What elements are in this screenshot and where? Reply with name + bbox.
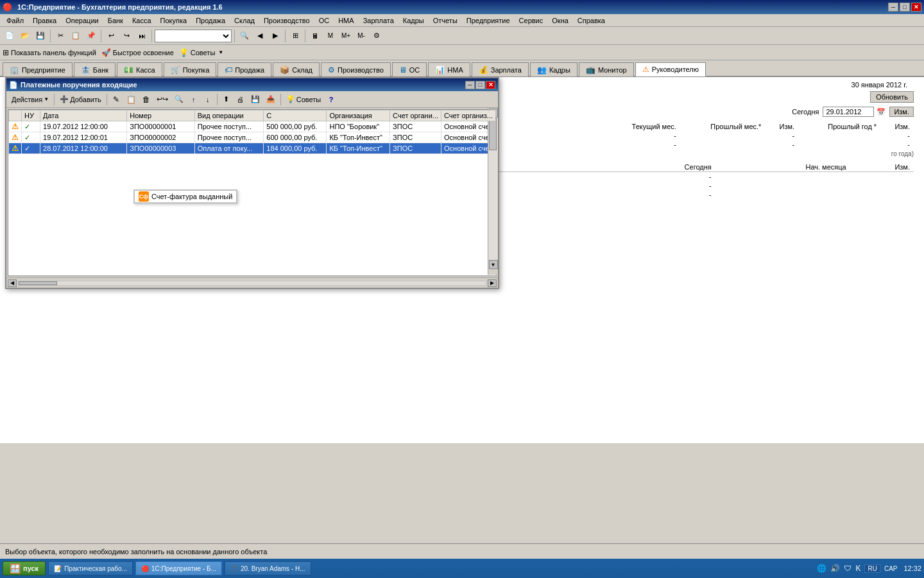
scroll-track-v[interactable] bbox=[488, 118, 498, 259]
menu-reports[interactable]: Отчеты bbox=[429, 16, 461, 25]
menu-help[interactable]: Справка bbox=[574, 16, 609, 25]
lang-indicator[interactable]: RU bbox=[864, 565, 880, 573]
tab-salary[interactable]: 💰 Зарплата bbox=[472, 62, 529, 76]
scroll-left-btn[interactable]: ◀ bbox=[8, 279, 17, 287]
tab-warehouse[interactable]: 📦 Склад bbox=[273, 62, 320, 76]
tab-purchase[interactable]: 🛒 Покупка bbox=[164, 62, 217, 76]
menu-os[interactable]: ОС bbox=[315, 16, 334, 25]
toolbar-m[interactable]: M bbox=[323, 29, 338, 43]
tab-hr[interactable]: 👥 Кадры bbox=[530, 62, 578, 76]
menu-hr[interactable]: Кадры bbox=[399, 16, 428, 25]
modal-scrollbar-v[interactable]: ▲ ▼ bbox=[488, 108, 498, 275]
toolbar-prev[interactable]: ◀ bbox=[253, 29, 267, 43]
toolbar-redo[interactable]: ↪ bbox=[119, 29, 133, 43]
taskbar-label-2: 1С:Предприятие - Б... bbox=[151, 565, 216, 572]
close-button[interactable]: ✕ bbox=[911, 3, 921, 12]
modal-btn5[interactable]: 🔍 bbox=[172, 93, 186, 106]
toolbar-cut[interactable]: ✂ bbox=[53, 29, 67, 43]
toolbar-copy[interactable]: 📋 bbox=[69, 29, 83, 43]
tab-sale[interactable]: 🏷 Продажа bbox=[218, 62, 271, 76]
modal-print-btn[interactable]: 🖨 bbox=[234, 93, 247, 106]
toolbar-mminus[interactable]: M- bbox=[354, 29, 368, 43]
taskbar-item-2[interactable]: 🔴 1С:Предприятие - Б... bbox=[135, 561, 222, 575]
table-row-1[interactable]: ⚠ ✓ 19.07.2012 12:00:00 ЗПО00000001 Проч… bbox=[9, 121, 496, 132]
modal-btn7[interactable]: ↓ bbox=[201, 93, 214, 106]
modal-minimize-button[interactable]: ─ bbox=[465, 81, 475, 89]
toolbar-save[interactable]: 💾 bbox=[33, 29, 47, 43]
scroll-down-btn[interactable]: ▼ bbox=[489, 260, 498, 269]
modal-close-button[interactable]: ✕ bbox=[486, 81, 495, 89]
menu-cash[interactable]: Касса bbox=[128, 16, 155, 25]
tab-production[interactable]: ⚙ Производство bbox=[321, 62, 391, 76]
toolbar-dropdown[interactable] bbox=[155, 30, 232, 42]
scroll-thumb-h[interactable] bbox=[19, 281, 57, 285]
tab-monitor[interactable]: 📺 Монитор bbox=[579, 62, 634, 76]
modal-saveas-btn[interactable]: 💾 bbox=[248, 93, 262, 106]
menu-operations[interactable]: Операции bbox=[62, 16, 102, 25]
modal-btn3[interactable]: 🗑 bbox=[140, 93, 153, 106]
modal-scrollbar-h[interactable]: ◀ ▶ bbox=[6, 277, 498, 288]
toolbar-grid[interactable]: ⊞ bbox=[288, 29, 302, 43]
modal-actions-button[interactable]: Действия ▼ bbox=[9, 93, 51, 106]
scroll-right-btn[interactable]: ▶ bbox=[488, 279, 497, 287]
row3-nu: ✓ bbox=[22, 143, 40, 154]
update-button[interactable]: Обновить bbox=[870, 91, 914, 103]
modal-saveas2-btn[interactable]: 📥 bbox=[264, 93, 278, 106]
menu-windows[interactable]: Окна bbox=[548, 16, 572, 25]
director-icon: ⚠ bbox=[642, 65, 649, 74]
tab-bank[interactable]: 🏦 Банк bbox=[74, 62, 116, 76]
menu-nma[interactable]: НМА bbox=[334, 16, 357, 25]
menu-enterprise[interactable]: Предприятие bbox=[463, 16, 514, 25]
quick-panel[interactable]: ⊞ Показать панель функций bbox=[3, 48, 96, 57]
tab-director[interactable]: ⚠ Руководителю bbox=[635, 62, 706, 76]
modal-help-btn[interactable]: ? bbox=[325, 93, 338, 106]
tab-os[interactable]: 🖥 ОС bbox=[392, 62, 427, 76]
toolbar-calc[interactable]: 🖩 bbox=[308, 29, 322, 43]
maximize-button[interactable]: □ bbox=[900, 3, 910, 12]
menu-sale[interactable]: Продажа bbox=[192, 16, 229, 25]
minimize-button[interactable]: ─ bbox=[888, 3, 898, 12]
menu-bar: Файл Правка Операции Банк Касса Покупка … bbox=[0, 14, 924, 27]
modal-tips-btn[interactable]: 💡 Советы bbox=[284, 93, 323, 106]
table-row-2[interactable]: ⚠ ✓ 19.07.2012 12:00:01 ЗПО00000002 Проч… bbox=[9, 132, 496, 143]
quick-tips[interactable]: 💡 Советы ▼ bbox=[179, 48, 223, 57]
taskbar-item-1[interactable]: 📝 Практическая рабо... bbox=[48, 561, 133, 575]
toolbar-mplus[interactable]: M+ bbox=[339, 29, 353, 43]
menu-service[interactable]: Сервис bbox=[515, 16, 547, 25]
scroll-thumb-v[interactable] bbox=[489, 118, 497, 150]
menu-warehouse[interactable]: Склад bbox=[230, 16, 259, 25]
quick-learn[interactable]: 🚀 Быстрое освоение bbox=[101, 48, 174, 57]
modal-btn2[interactable]: 📋 bbox=[124, 93, 139, 106]
menu-production[interactable]: Производство bbox=[260, 16, 314, 25]
toolbar-find[interactable]: 🔍 bbox=[237, 29, 252, 43]
menu-salary[interactable]: Зарплата bbox=[359, 16, 398, 25]
toolbar-new[interactable]: 📄 bbox=[3, 29, 17, 43]
modal-btn4[interactable]: ↩↪ bbox=[154, 93, 171, 106]
toolbar-next[interactable]: ▶ bbox=[268, 29, 282, 43]
col-nu-header: НУ bbox=[22, 110, 40, 121]
menu-edit[interactable]: Правка bbox=[29, 16, 60, 25]
menu-file[interactable]: Файл bbox=[3, 16, 28, 25]
toolbar-open[interactable]: 📂 bbox=[18, 29, 32, 43]
warning-icon: ⚠ bbox=[12, 133, 19, 142]
start-button[interactable]: 🪟 пуск bbox=[3, 561, 46, 575]
menu-bank[interactable]: Банк bbox=[104, 16, 127, 25]
tab-nma[interactable]: 📊 НМА bbox=[428, 62, 470, 76]
izm-button[interactable]: Изм. bbox=[889, 107, 914, 117]
toolbar-settings-btn[interactable]: ⚙ bbox=[370, 29, 384, 43]
modal-add-button[interactable]: ➕ Добавить bbox=[57, 93, 104, 106]
modal-btn6[interactable]: ↑ bbox=[187, 93, 200, 106]
modal-btn1[interactable]: ✎ bbox=[110, 93, 123, 106]
tab-enterprise[interactable]: 🏢 Предприятие bbox=[3, 62, 73, 76]
menu-purchase[interactable]: Покупка bbox=[157, 16, 191, 25]
modal-arrow-up[interactable]: ⬆ bbox=[220, 93, 233, 106]
table-row-3[interactable]: ⚠ ✓ 28.07.2012 12:00:00 ЗПО00000003 Опла… bbox=[9, 143, 496, 154]
toolbar-skip[interactable]: ⏭ bbox=[135, 29, 149, 43]
toolbar-undo[interactable]: ↩ bbox=[104, 29, 118, 43]
tab-cash[interactable]: 💵 Касса bbox=[117, 62, 162, 76]
toolbar-paste[interactable]: 📌 bbox=[84, 29, 98, 43]
scroll-track-h[interactable] bbox=[18, 281, 486, 286]
modal-maximize-button[interactable]: □ bbox=[475, 81, 485, 89]
taskbar-item-3[interactable]: 🎵 20. Bryan Adams - H... bbox=[225, 561, 311, 575]
today-date-input[interactable] bbox=[823, 107, 874, 117]
